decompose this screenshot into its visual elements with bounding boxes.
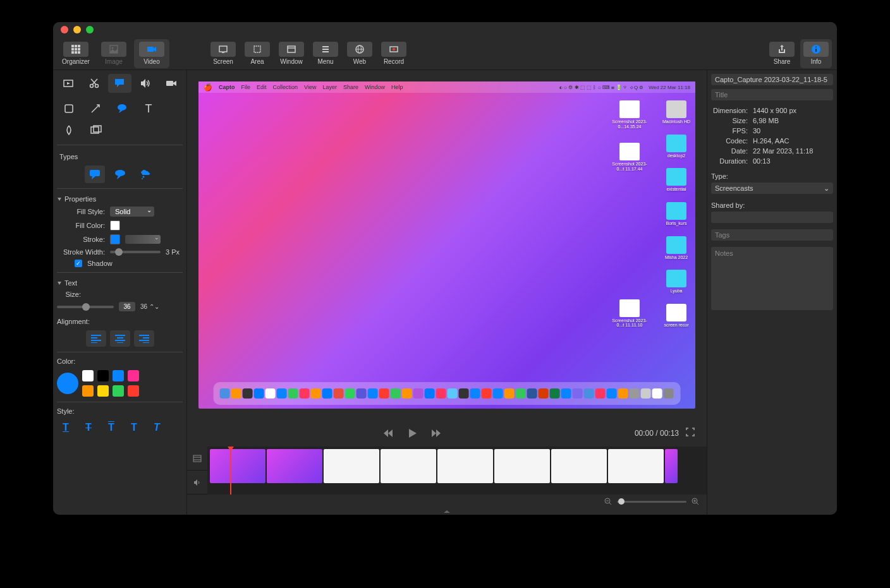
blur-tool[interactable] [57, 121, 81, 140]
callout-tool[interactable] [110, 99, 134, 118]
screen-label: Screen [213, 58, 233, 65]
notes-textarea[interactable]: Notes [711, 247, 833, 310]
info-sidebar: Capto_Capture 2023-03-22_11-18-5 Title D… [707, 70, 837, 515]
fill-color-label: Fill Color: [57, 222, 105, 229]
capture-web-button[interactable]: Web [344, 39, 375, 68]
color-red[interactable] [128, 385, 139, 397]
timeline-thumb [551, 449, 607, 483]
color-green[interactable] [113, 385, 124, 397]
playhead[interactable] [230, 447, 231, 495]
play-button[interactable] [405, 426, 420, 441]
stroke-color-swatch[interactable] [110, 234, 120, 244]
rewind-button[interactable] [381, 426, 396, 441]
audio-tool[interactable] [134, 74, 157, 93]
timeline-thumb [267, 449, 322, 483]
text-disclosure[interactable]: Text [57, 279, 183, 287]
svg-point-41 [115, 170, 125, 176]
minimize-window-button[interactable] [73, 26, 81, 33]
color-orange[interactable] [82, 385, 94, 397]
style-italic[interactable]: T [148, 420, 166, 435]
style-plain[interactable]: T [125, 420, 143, 435]
info-button[interactable]: Info [800, 39, 832, 68]
timeline-track[interactable] [207, 447, 707, 495]
color-main[interactable] [57, 373, 78, 394]
svg-rect-4 [75, 48, 77, 51]
properties-label: Properties [64, 195, 96, 203]
color-blue[interactable] [113, 370, 124, 381]
share-label: Share [774, 58, 791, 65]
audio-track-button[interactable] [187, 471, 207, 495]
timeline-thumb [437, 449, 493, 483]
fill-style-dropdown[interactable]: Solid [110, 207, 154, 217]
color-pink[interactable] [128, 370, 139, 381]
forward-button[interactable] [429, 426, 444, 441]
fps-label: FPS: [711, 127, 748, 135]
panel-resize-grip[interactable] [187, 508, 707, 515]
zoom-slider[interactable] [617, 501, 686, 503]
maximize-window-button[interactable] [86, 26, 94, 33]
stroke-label: Stroke: [57, 236, 105, 243]
filename-field[interactable]: Capto_Capture 2023-03-22_11-18-5 [711, 74, 833, 85]
svg-rect-2 [78, 45, 80, 47]
fill-color-swatch[interactable] [110, 220, 120, 231]
color-yellow[interactable] [97, 385, 109, 397]
style-section-label: Style: [57, 407, 183, 415]
shadow-checkbox[interactable] [75, 260, 82, 267]
align-center-button[interactable] [110, 330, 130, 347]
properties-disclosure[interactable]: Properties [57, 195, 183, 203]
trim-tool[interactable] [57, 74, 80, 93]
video-tab[interactable]: Video [134, 39, 169, 68]
color-black[interactable] [97, 370, 109, 381]
callout-type-rect[interactable] [85, 165, 105, 183]
title-input[interactable]: Title [711, 89, 833, 100]
annotation-tool[interactable] [108, 74, 131, 93]
capture-screen-button[interactable]: Screen [207, 39, 239, 68]
capture-area-button[interactable]: Area [241, 39, 273, 68]
window-label: Window [280, 58, 303, 65]
svg-point-42 [142, 176, 144, 178]
arrow-tool[interactable] [83, 99, 107, 118]
image-tab[interactable]: Image [96, 39, 131, 68]
shape-rect-tool[interactable] [57, 99, 81, 118]
desktop-icon: Boris_kurs [666, 202, 686, 226]
main-area: T Types Properties Fill St [53, 70, 837, 515]
capture-menu-button[interactable]: Menu [310, 39, 341, 68]
codec-value: H.264, AAC [753, 137, 789, 145]
stroke-style-dropdown[interactable] [125, 235, 161, 244]
svg-rect-3 [71, 48, 74, 51]
share-button[interactable]: Share [766, 39, 798, 68]
size-label: Size: [711, 117, 748, 124]
text-size-value[interactable]: 36 [119, 302, 135, 311]
callout-type-oval[interactable] [110, 165, 130, 183]
style-strikethrough[interactable]: T [80, 420, 97, 435]
type-dropdown[interactable]: Screencasts [711, 183, 833, 194]
fullscreen-button[interactable] [685, 427, 698, 440]
stroke-width-slider[interactable] [110, 251, 161, 253]
video-track-button[interactable] [187, 447, 207, 471]
cut-tool[interactable] [83, 74, 106, 93]
tags-input[interactable]: Tags [711, 229, 833, 241]
text-tool[interactable]: T [137, 99, 161, 118]
zoom-out-icon[interactable] [604, 498, 612, 505]
color-white[interactable] [82, 370, 94, 381]
area-label: Area [250, 58, 264, 65]
webcam-tool[interactable] [159, 74, 183, 93]
text-size-slider[interactable] [57, 306, 114, 308]
svg-rect-15 [288, 46, 295, 52]
close-window-button[interactable] [61, 26, 68, 33]
style-underline[interactable]: T [57, 420, 75, 435]
align-right-button[interactable] [134, 330, 154, 347]
style-overline[interactable]: T [102, 420, 120, 435]
dimension-label: Dimension: [711, 107, 748, 114]
zoom-in-icon[interactable] [692, 498, 699, 505]
align-left-button[interactable] [86, 330, 106, 347]
callout-type-cloud[interactable] [135, 165, 155, 183]
svg-point-43 [142, 178, 143, 179]
video-canvas[interactable]: 🍎 Capto File Edit Collection View Layer … [198, 81, 695, 409]
timeline [187, 447, 707, 495]
record-button[interactable]: Record [378, 39, 410, 68]
desktop-icon: Screenshot 2023-0...t 11.17.44 [612, 143, 647, 171]
capture-window-button[interactable]: Window [276, 39, 307, 68]
image-insert-tool[interactable] [83, 121, 107, 140]
organizer-tab[interactable]: Organizer [58, 39, 94, 68]
